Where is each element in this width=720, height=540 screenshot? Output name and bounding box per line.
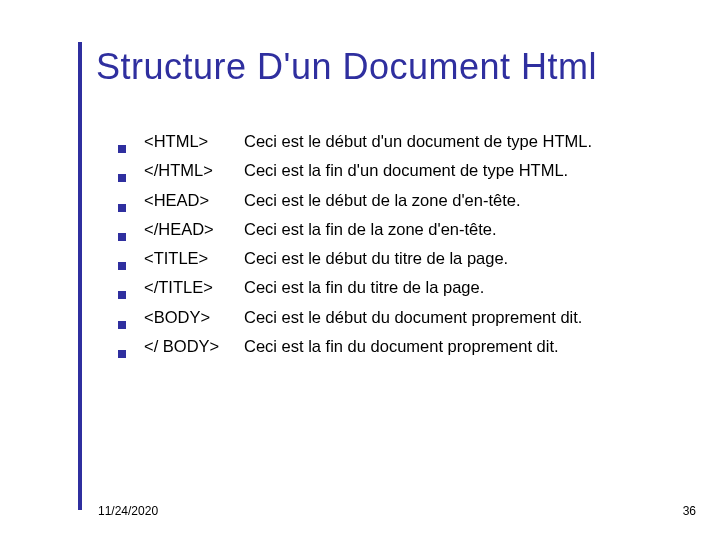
html-tag: <HEAD>	[144, 189, 244, 211]
html-tag-description: Ceci est le début de la zone d'en-tête.	[244, 189, 521, 211]
bullet-icon	[118, 262, 126, 270]
list-item: <TITLE> Ceci est le début du titre de la…	[118, 247, 592, 269]
bullet-icon	[118, 321, 126, 329]
bullet-icon	[118, 204, 126, 212]
html-tag: </HTML>	[144, 159, 244, 181]
bullet-icon	[118, 291, 126, 299]
accent-bar	[78, 42, 82, 510]
html-tag-description: Ceci est le début d'un document de type …	[244, 130, 592, 152]
html-tag: </ BODY>	[144, 335, 244, 357]
list-item: </TITLE> Ceci est la fin du titre de la …	[118, 276, 592, 298]
list-item: </HEAD> Ceci est la fin de la zone d'en-…	[118, 218, 592, 240]
slide: Structure D'un Document Html <HTML> Ceci…	[0, 0, 720, 540]
list-item: </HTML> Ceci est la fin d'un document de…	[118, 159, 592, 181]
html-tag-description: Ceci est la fin du titre de la page.	[244, 276, 484, 298]
html-tag: <TITLE>	[144, 247, 244, 269]
list-item: <BODY> Ceci est le début du document pro…	[118, 306, 592, 328]
html-tag: <HTML>	[144, 130, 244, 152]
html-tag: </HEAD>	[144, 218, 244, 240]
html-tag: </TITLE>	[144, 276, 244, 298]
bullet-icon	[118, 350, 126, 358]
html-tag-description: Ceci est la fin d'un document de type HT…	[244, 159, 568, 181]
html-tag-description: Ceci est la fin de la zone d'en-tête.	[244, 218, 497, 240]
bullet-icon	[118, 174, 126, 182]
html-tag-description: Ceci est la fin du document proprement d…	[244, 335, 559, 357]
bullet-icon	[118, 233, 126, 241]
html-tag-description: Ceci est le début du document proprement…	[244, 306, 582, 328]
list-item: <HEAD> Ceci est le début de la zone d'en…	[118, 189, 592, 211]
list-item: <HTML> Ceci est le début d'un document d…	[118, 130, 592, 152]
footer-page-number: 36	[683, 504, 696, 518]
bullet-icon	[118, 145, 126, 153]
content-list: <HTML> Ceci est le début d'un document d…	[118, 130, 592, 364]
footer-date: 11/24/2020	[98, 504, 158, 518]
html-tag-description: Ceci est le début du titre de la page.	[244, 247, 508, 269]
slide-title: Structure D'un Document Html	[96, 46, 597, 88]
list-item: </ BODY> Ceci est la fin du document pro…	[118, 335, 592, 357]
html-tag: <BODY>	[144, 306, 244, 328]
